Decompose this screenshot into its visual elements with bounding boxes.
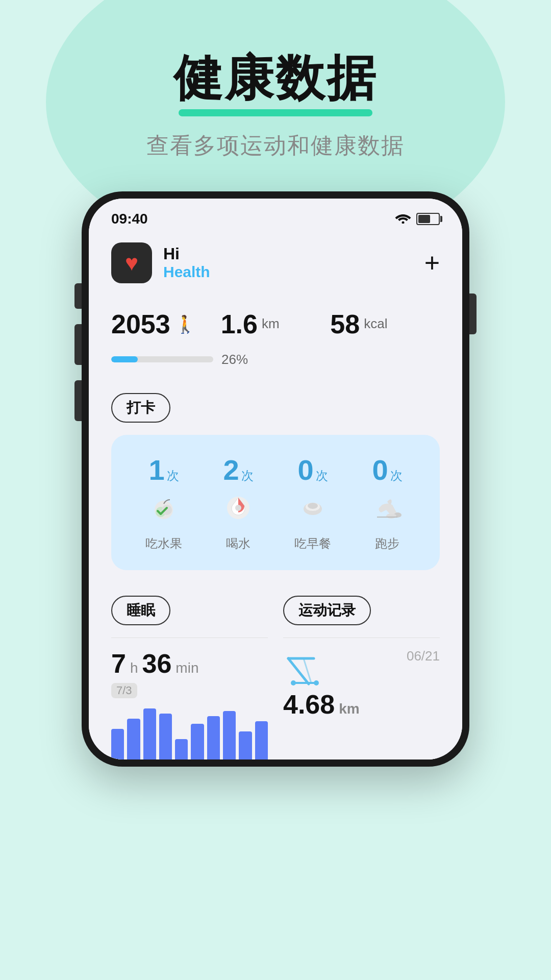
checkin-fruit-icon: [151, 495, 177, 527]
sleep-divider: [111, 638, 268, 638]
status-time: 09:40: [111, 211, 148, 227]
sleep-bar: [159, 714, 172, 760]
checkin-run-icon: [372, 495, 403, 527]
checkin-breakfast[interactable]: 0次 吃早餐: [276, 453, 350, 552]
svg-point-15: [291, 680, 296, 685]
checkin-breakfast-count: 0次: [297, 453, 328, 486]
sleep-chart: [111, 708, 268, 760]
sleep-card: 睡眠 7 h 36 min 7/3: [111, 596, 268, 760]
steps-stat: 2053 🚶: [111, 309, 221, 339]
svg-point-5: [235, 505, 241, 511]
sleep-bar: [191, 724, 204, 760]
checkin-fruit-count: 1次: [148, 453, 179, 486]
svg-point-0: [402, 221, 405, 224]
app-name: Health: [163, 263, 210, 281]
checkin-breakfast-icon: [299, 495, 326, 527]
exercise-distance: 4.68 km: [283, 689, 440, 720]
checkin-water-icon: [225, 495, 252, 527]
calories-stat: 58 kcal: [330, 309, 440, 339]
header-section: 健康数据 查看多项运动和健康数据: [146, 51, 405, 161]
sleep-bar: [175, 739, 188, 760]
distance-value: 1.6 km: [221, 309, 331, 339]
checkin-run[interactable]: 0次 跑步: [350, 453, 424, 552]
sleep-h-label: h: [130, 660, 138, 676]
progress-text: 26%: [221, 352, 248, 368]
sleep-bar: [239, 731, 252, 760]
app-content: ♥ Hi Health + 2053: [89, 232, 462, 760]
checkin-card: 1次 吃水果: [111, 435, 440, 570]
title-underline: [179, 109, 372, 116]
sleep-min-label: min: [176, 660, 198, 676]
checkin-tag: 打卡: [111, 393, 170, 423]
checkin-water-label: 喝水: [226, 535, 251, 552]
wifi-icon: [395, 211, 411, 227]
page-subtitle: 查看多项运动和健康数据: [146, 131, 405, 161]
checkin-run-count: 0次: [372, 453, 402, 486]
battery-icon: [416, 213, 440, 225]
sleep-bar: [127, 719, 140, 760]
sleep-hours: 7: [111, 648, 126, 679]
svg-line-12: [288, 658, 309, 684]
app-logo-area: ♥ Hi Health: [111, 242, 210, 283]
sleep-data: 7 h 36 min: [111, 648, 268, 679]
checkin-water-count: 2次: [223, 453, 253, 486]
battery-fill: [418, 215, 430, 223]
checkin-fruit-label: 吃水果: [145, 535, 182, 552]
side-button-vol-down: [74, 380, 82, 421]
svg-point-16: [314, 680, 319, 685]
checkin-fruit[interactable]: 1次 吃水果: [127, 453, 201, 552]
app-greeting: Hi: [163, 244, 210, 263]
add-button[interactable]: +: [424, 250, 440, 276]
progress-bar-container: [111, 356, 213, 362]
side-button-power: [469, 293, 477, 334]
exercise-tag: 运动记录: [283, 596, 371, 625]
status-bar: 09:40: [89, 199, 462, 232]
calories-value: 58 kcal: [330, 309, 440, 339]
svg-point-3: [162, 505, 172, 515]
status-icons: [395, 211, 440, 227]
bottom-sections: 睡眠 7 h 36 min 7/3: [111, 596, 440, 760]
progress-section: 26%: [111, 352, 440, 368]
sleep-bar: [255, 721, 268, 760]
page-title: 健康数据: [146, 51, 405, 105]
phone-wrapper: 09:40: [82, 191, 469, 767]
sleep-bar: [207, 716, 220, 760]
stats-row: 2053 🚶 1.6 km 58: [111, 309, 440, 339]
phone-frame: 09:40: [82, 191, 469, 767]
distance-stat: 1.6 km: [221, 309, 331, 339]
progress-bar-fill: [111, 356, 138, 362]
sleep-bar: [223, 711, 236, 760]
side-button-vol-up: [74, 324, 82, 365]
side-button-mute: [74, 283, 82, 309]
app-name-area: Hi Health: [163, 244, 210, 281]
walk-icon: 🚶: [174, 314, 196, 334]
phone-screen: 09:40: [89, 199, 462, 760]
checkin-breakfast-label: 吃早餐: [294, 535, 331, 552]
page-content: 健康数据 查看多项运动和健康数据 09:40: [0, 0, 551, 767]
exercise-divider: [283, 638, 440, 638]
sleep-bar: [143, 708, 156, 760]
sleep-mins: 36: [142, 648, 172, 679]
sleep-tag: 睡眠: [111, 596, 170, 625]
steps-value: 2053 🚶: [111, 309, 221, 339]
checkin-run-label: 跑步: [375, 535, 399, 552]
sleep-goal: 7/3: [111, 683, 137, 698]
heart-icon: ♥: [125, 250, 138, 276]
treadmill-icon: [283, 648, 334, 689]
app-icon: ♥: [111, 242, 152, 283]
app-header: ♥ Hi Health +: [111, 242, 440, 283]
sleep-bar: [111, 729, 124, 760]
checkin-water[interactable]: 2次 喝水: [201, 453, 276, 552]
exercise-card: 运动记录: [283, 596, 440, 760]
svg-point-8: [308, 503, 318, 509]
exercise-date: 06/21: [407, 648, 440, 664]
